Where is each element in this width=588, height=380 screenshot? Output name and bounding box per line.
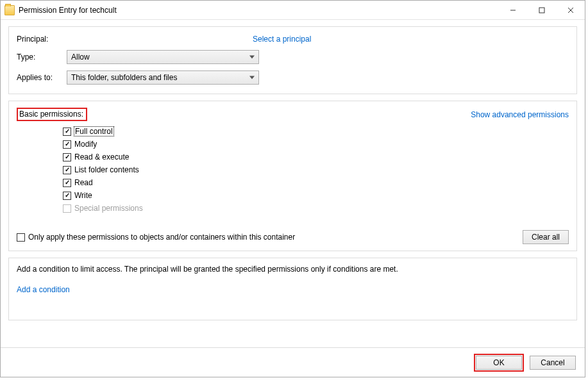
show-advanced-link[interactable]: Show advanced permissions [471, 110, 569, 119]
permission-label: Read [74, 178, 93, 187]
permission-label: Full control [74, 127, 113, 136]
content-area: Principal: Select a principal Type: Allo… [1, 20, 585, 347]
principal-panel: Principal: Select a principal Type: Allo… [8, 26, 577, 94]
permission-read-execute[interactable]: Read & execute [63, 151, 569, 163]
permission-label: Read & execute [74, 153, 129, 161]
applies-to-select[interactable]: This folder, subfolders and files [67, 70, 259, 85]
titlebar: Permission Entry for techcult [1, 1, 585, 20]
permission-special: Special permissions [63, 202, 569, 215]
permission-label: Modify [74, 140, 97, 149]
checkbox-icon[interactable] [63, 128, 71, 136]
permission-write[interactable]: Write [63, 189, 569, 202]
permission-entry-window: Permission Entry for techcult Principal:… [0, 0, 585, 377]
basic-permissions-label: Basic permissions: [19, 110, 83, 119]
clear-all-button[interactable]: Clear all [523, 230, 569, 244]
permission-full-control[interactable]: Full control [63, 125, 569, 138]
minimize-button[interactable] [498, 1, 527, 19]
permission-modify[interactable]: Modify [63, 138, 569, 151]
chevron-down-icon [249, 76, 255, 79]
cancel-button[interactable]: Cancel [530, 356, 576, 370]
type-select[interactable]: Allow [67, 50, 259, 64]
basic-permissions-highlight: Basic permissions: [17, 108, 87, 121]
conditions-panel: Add a condition to limit access. The pri… [8, 258, 577, 320]
permission-label: Write [74, 191, 92, 200]
maximize-button[interactable] [527, 1, 556, 19]
checkbox-icon[interactable] [63, 166, 71, 174]
checkbox-icon[interactable] [63, 192, 71, 200]
folder-icon [4, 5, 15, 15]
permission-read[interactable]: Read [63, 176, 569, 189]
window-title: Permission Entry for techcult [19, 6, 117, 15]
add-condition-link[interactable]: Add a condition [17, 285, 70, 294]
checkbox-icon[interactable] [63, 179, 71, 187]
permission-list-folder[interactable]: List folder contents [63, 163, 569, 176]
checkbox-icon [63, 204, 71, 213]
permissions-panel: Basic permissions: Show advanced permiss… [8, 101, 577, 251]
only-apply-checkbox[interactable] [17, 233, 25, 242]
permissions-list: Full control Modify Read & execute List … [63, 125, 569, 215]
applies-to-label: Applies to: [17, 73, 67, 82]
only-apply-label: Only apply these permissions to objects … [28, 233, 295, 242]
checkbox-icon[interactable] [63, 153, 71, 161]
ok-button-highlight: OK [474, 354, 524, 372]
close-button[interactable] [556, 1, 585, 19]
select-principal-link[interactable]: Select a principal [253, 35, 311, 44]
ok-button[interactable]: OK [476, 356, 522, 370]
window-controls [498, 1, 585, 19]
conditions-text: Add a condition to limit access. The pri… [17, 265, 569, 274]
principal-label: Principal: [17, 35, 67, 44]
applies-to-value: This folder, subfolders and files [71, 73, 177, 82]
svg-rect-1 [539, 8, 544, 13]
permission-label: Special permissions [74, 204, 143, 213]
chevron-down-icon [249, 56, 255, 59]
checkbox-icon[interactable] [63, 140, 71, 149]
permission-label: List folder contents [74, 165, 139, 174]
type-value: Allow [71, 53, 90, 62]
type-label: Type: [17, 53, 67, 62]
footer: OK Cancel [1, 347, 585, 377]
